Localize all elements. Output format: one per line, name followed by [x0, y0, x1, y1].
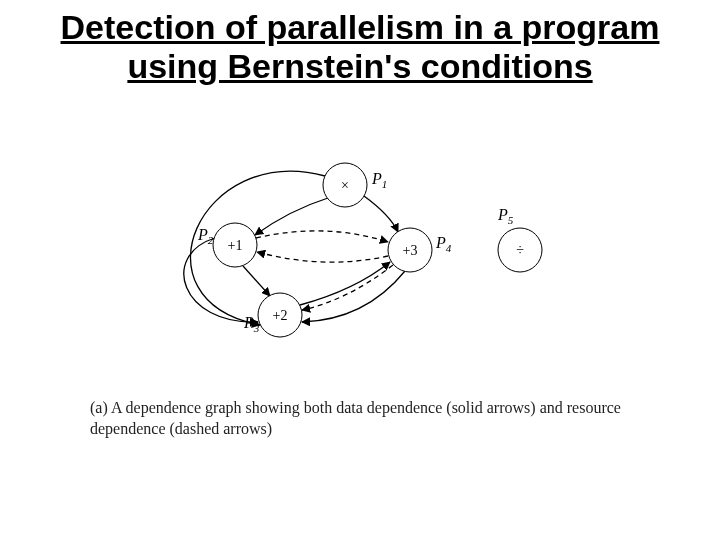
label-p4: P4 [435, 234, 452, 254]
dependence-graph: × +1 +2 +3 ÷ P1 P2 P3 P4 P5 [120, 150, 600, 370]
node-p5-op: ÷ [516, 243, 524, 258]
slide: Detection of parallelism in a program us… [0, 0, 720, 540]
label-p5: P5 [497, 206, 514, 226]
label-p3: P3 [243, 314, 260, 334]
slide-title: Detection of parallelism in a program us… [0, 8, 720, 86]
label-p2: P2 [197, 226, 214, 246]
node-p3-op: +2 [273, 308, 288, 323]
node-p4-op: +3 [403, 243, 418, 258]
title-line-2: using Bernstein's conditions [127, 47, 592, 85]
node-p1-op: × [341, 178, 349, 193]
node-p2-op: +1 [228, 238, 243, 253]
figure-caption-a: (a) A dependence graph showing both data… [90, 398, 630, 440]
label-p1: P1 [371, 170, 387, 190]
title-line-1: Detection of parallelism in a program [61, 8, 660, 46]
